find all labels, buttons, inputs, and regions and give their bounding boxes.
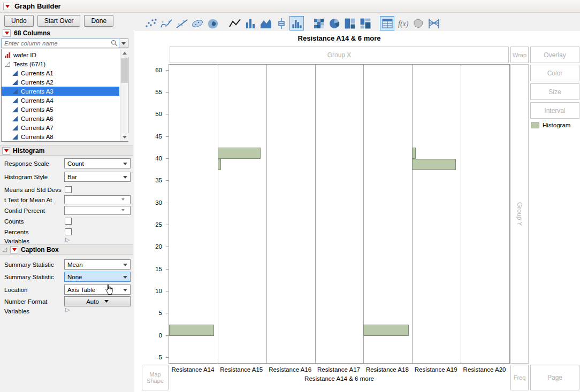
t-test-input[interactable]	[64, 195, 131, 204]
column-search-input[interactable]	[1, 39, 119, 48]
collapse-wedge-icon[interactable]	[2, 247, 7, 252]
columns-scrollbar[interactable]	[120, 49, 128, 141]
column-item-tests-67-1[interactable]: Tests (67/1)	[2, 59, 119, 68]
x-panel-label: Resistance A20	[460, 366, 509, 373]
column-label: Tests (67/1)	[13, 61, 45, 67]
area-icon[interactable]	[258, 16, 273, 30]
mouse-cursor-pointer	[105, 284, 114, 295]
column-item-currents-a4[interactable]: Currents A4	[2, 96, 119, 105]
column-item-currents-a2[interactable]: Currents A2	[2, 78, 119, 87]
bar-icon[interactable]	[243, 16, 257, 30]
drop-zone-group-y[interactable]: Group Y	[510, 64, 529, 364]
pie-icon[interactable]	[327, 16, 341, 30]
column-item-currents-a3[interactable]: Currents A3	[2, 87, 119, 96]
location-select[interactable]: Axis Table	[64, 285, 131, 295]
formula-icon[interactable]: f(x)	[395, 16, 410, 30]
histogram-bar[interactable]	[218, 148, 261, 159]
drop-zone-wrap[interactable]: Wrap	[510, 47, 529, 63]
red-triangle-menu-icon[interactable]	[3, 3, 11, 10]
t-test-label: t Test for Mean At	[4, 197, 52, 203]
continuous-column-icon	[12, 79, 18, 86]
line-icon[interactable]	[227, 16, 242, 30]
scrollbar-thumb[interactable]	[121, 58, 128, 83]
number-format-button[interactable]: Auto	[64, 296, 131, 306]
column-label: Currents A6	[21, 116, 54, 122]
percents-checkbox[interactable]	[65, 228, 72, 235]
continuous-column-icon	[12, 125, 18, 131]
drop-zone-overlay[interactable]: Overlay	[530, 47, 579, 63]
response-scale-label: Response Scale	[4, 160, 49, 167]
y-tick-mark	[166, 180, 169, 181]
box-plot-icon[interactable]	[274, 16, 288, 30]
red-triangle-menu-icon[interactable]	[3, 29, 11, 37]
graph-title: Resistance A14 & 6 more	[169, 34, 510, 42]
column-item-currents-a7[interactable]: Currents A7	[2, 123, 119, 132]
red-triangle-menu-icon[interactable]	[10, 246, 18, 253]
palette-group: f(x)	[380, 16, 442, 30]
y-tick-mark	[166, 158, 169, 159]
response-scale-select[interactable]: Count	[64, 158, 131, 168]
continuous-column-icon	[12, 70, 18, 76]
means-std-devs-checkbox[interactable]	[65, 186, 72, 193]
column-item-currents-a5[interactable]: Currents A5	[2, 105, 119, 114]
drop-zone-color[interactable]: Color	[530, 65, 579, 81]
smoother-icon[interactable]	[159, 16, 173, 30]
drop-zone-page[interactable]: Page	[530, 365, 579, 390]
continuous-column-icon	[12, 116, 18, 122]
start-over-button[interactable]: Start Over	[37, 15, 81, 27]
histogram-bar[interactable]	[363, 325, 408, 336]
drop-zone-interval[interactable]: Interval	[530, 102, 579, 119]
svg-text:f(x): f(x)	[398, 20, 409, 28]
map-shape-icon[interactable]	[411, 16, 425, 30]
search-icon[interactable]	[111, 40, 118, 48]
drop-zone-map-shape[interactable]: Map Shape	[142, 365, 169, 390]
line-of-fit-icon[interactable]	[174, 16, 189, 30]
histogram-bar[interactable]	[412, 148, 415, 159]
confid-percent-input[interactable]	[64, 206, 131, 215]
histogram-bar[interactable]	[218, 159, 221, 170]
window-title: Graph Builder	[14, 2, 61, 10]
red-triangle-menu-icon[interactable]	[2, 147, 10, 155]
drop-zone-group-x[interactable]: Group X	[170, 47, 509, 63]
treemap-icon[interactable]	[342, 16, 357, 30]
histogram-style-select[interactable]: Bar	[64, 172, 131, 182]
mosaic-icon[interactable]	[358, 16, 372, 30]
contour-icon[interactable]	[205, 16, 220, 30]
dropdown-arrow-icon[interactable]	[121, 209, 125, 211]
caption-box-icon[interactable]	[380, 16, 394, 30]
drop-zone-size[interactable]: Size	[530, 83, 579, 100]
undo-button[interactable]: Undo	[4, 15, 34, 27]
y-tick-mark	[166, 335, 169, 336]
summary-statistic-1-select[interactable]: Mean	[64, 259, 131, 270]
disclosure-triangle-icon[interactable]: ▷	[65, 236, 70, 243]
disclosure-triangle-icon[interactable]: ▷	[65, 306, 70, 313]
column-item-currents-a8[interactable]: Currents A8	[2, 132, 119, 141]
histogram-style-value: Bar	[67, 174, 77, 180]
ellipse-icon[interactable]	[190, 16, 204, 30]
drop-zone-freq[interactable]: Freq	[510, 365, 529, 390]
search-filter-dropdown[interactable]	[119, 39, 128, 48]
scroll-down-button[interactable]	[120, 133, 128, 141]
column-item-currents-a1[interactable]: Currents A1	[2, 68, 119, 78]
points-icon[interactable]	[143, 16, 158, 30]
counts-checkbox[interactable]	[65, 218, 72, 225]
column-item-currents-a6[interactable]: Currents A6	[2, 114, 119, 123]
scroll-up-button[interactable]	[120, 49, 128, 57]
parallel-plot-icon[interactable]	[426, 16, 441, 30]
histogram-bar[interactable]	[169, 325, 214, 336]
dropdown-arrow-icon[interactable]	[121, 198, 125, 201]
continuous-column-icon	[12, 97, 18, 104]
heatmap-icon[interactable]	[311, 16, 326, 30]
column-label: Currents A2	[21, 79, 54, 86]
dropdown-arrow-icon	[104, 300, 109, 303]
histogram-icon[interactable]	[289, 16, 304, 30]
palette-group	[227, 16, 305, 30]
done-button[interactable]: Done	[84, 15, 113, 27]
plot-area[interactable]	[169, 64, 510, 364]
y-tick-label: 60	[146, 67, 162, 73]
x-panel-label: Resistance A16	[266, 366, 315, 373]
histogram-bar[interactable]	[412, 159, 456, 170]
column-item-wafer-id[interactable]: wafer ID	[2, 50, 119, 59]
summary-statistic-2-select[interactable]: None	[64, 272, 131, 282]
chevron-down-icon	[123, 289, 127, 291]
